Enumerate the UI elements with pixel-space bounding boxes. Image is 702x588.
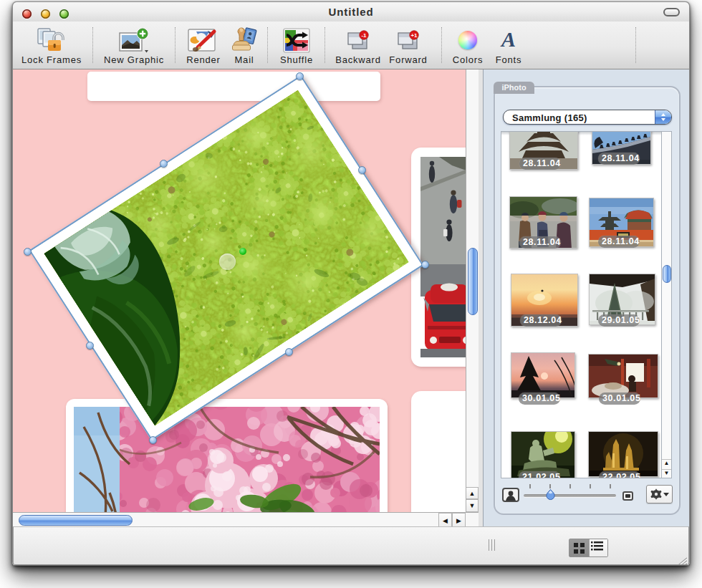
- svg-text:-1: -1: [361, 32, 367, 39]
- svg-text:+1: +1: [410, 32, 418, 39]
